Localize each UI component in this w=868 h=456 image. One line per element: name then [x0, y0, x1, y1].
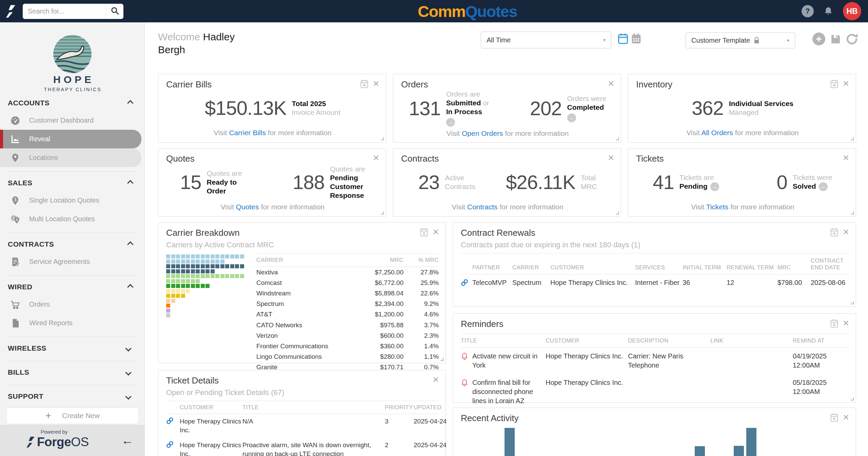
renewal-row: TelecoMVPSpectrumHope Therapy Clinics In…: [461, 274, 849, 292]
close-icon[interactable]: ×: [843, 413, 849, 421]
goto-arrow-button[interactable]: →: [710, 182, 719, 191]
waffle-square: [186, 279, 190, 283]
waffle-square: [211, 269, 215, 273]
close-icon[interactable]: ×: [433, 375, 439, 384]
close-icon[interactable]: ×: [433, 228, 439, 236]
reminder-cell-customer: Hope Therapy Clinics Inc.: [546, 352, 628, 370]
close-icon[interactable]: ×: [373, 79, 379, 88]
calendar-x-icon[interactable]: [360, 79, 369, 88]
renewal-cell-partner: TelecoMVP: [472, 279, 512, 287]
carrier-bills-card: Carrier Bills × $150.13K Total 2025 Invo…: [158, 74, 386, 143]
sidebar-item-multi-location-quotes[interactable]: $$ Multi Location Quotes: [0, 210, 141, 228]
refresh-button[interactable]: [846, 33, 858, 45]
user-avatar[interactable]: HB: [843, 2, 861, 20]
ticket-cell-title: Proactive alarm, site WAN is down overni…: [242, 441, 385, 456]
close-icon[interactable]: ×: [843, 228, 849, 236]
calendar-x-icon[interactable]: [830, 228, 839, 237]
waffle-square: [211, 264, 215, 268]
renewal-cell-services: Internet - Fiber: [635, 279, 683, 287]
stat-label-bold: Order: [206, 187, 242, 195]
stat-label-bold: Completed: [567, 103, 607, 112]
resize-handle[interactable]: [381, 137, 384, 140]
link-icon[interactable]: [461, 279, 472, 288]
card-title: Orders: [401, 79, 428, 90]
tickets-link[interactable]: Tickets: [706, 203, 729, 211]
link-icon[interactable]: [166, 441, 180, 456]
contracts-link[interactable]: Contracts: [467, 203, 498, 211]
waffle-row: [166, 309, 248, 313]
carrier-table-row: Comcast$6,772.0025.9%: [256, 277, 439, 288]
resize-handle[interactable]: [381, 211, 384, 214]
link-icon[interactable]: [166, 417, 180, 435]
sidebar-item-orders[interactable]: Orders: [0, 295, 141, 314]
waffle-square: [181, 269, 185, 273]
sidebar-section-accounts[interactable]: ACCOUNTS: [0, 96, 144, 111]
help-button[interactable]: ?: [802, 5, 814, 17]
template-select[interactable]: Customer Template ▾: [686, 32, 795, 48]
search-button[interactable]: [106, 4, 123, 19]
close-icon[interactable]: ×: [843, 319, 849, 327]
waffle-square: [166, 264, 170, 268]
footer-text: for more information: [268, 129, 332, 137]
waffle-square: [196, 269, 200, 273]
calendar-grid-button[interactable]: [631, 33, 642, 44]
create-new-button[interactable]: + Create New: [6, 407, 139, 424]
goto-arrow-button[interactable]: →: [446, 118, 455, 127]
search-input[interactable]: [23, 4, 106, 19]
sidebar-item-wired-reports[interactable]: Wired Reports: [0, 314, 141, 332]
add-widget-button[interactable]: +: [812, 33, 825, 45]
sidebar-section-wireless[interactable]: WIRELESS: [0, 341, 144, 356]
calendar-x-icon[interactable]: [830, 319, 839, 328]
quotes-link[interactable]: Quotes: [236, 203, 259, 211]
close-icon[interactable]: ×: [373, 153, 379, 162]
sidebar-section-contracts[interactable]: CONTRACTS: [0, 237, 144, 252]
close-icon[interactable]: ×: [608, 79, 614, 88]
resize-handle[interactable]: [851, 211, 854, 214]
calendar-range-button[interactable]: [618, 33, 628, 44]
goto-arrow-button[interactable]: →: [567, 113, 576, 122]
carrier-name-cell: Lingo Communications: [256, 353, 346, 360]
resize-handle[interactable]: [851, 137, 854, 140]
sidebar-item-service-agreements[interactable]: Service Agreements: [0, 252, 141, 271]
save-layout-button[interactable]: [830, 34, 841, 45]
carrier-table-row: Spectrum$2,394.009.2%: [256, 299, 439, 309]
sidebar-section-wired[interactable]: WIRED: [0, 280, 144, 295]
resize-handle[interactable]: [851, 301, 854, 304]
collapse-sidebar-button[interactable]: ←: [121, 434, 134, 447]
time-filter-select[interactable]: All Time ▾: [481, 32, 611, 48]
carrier-name-cell: Spectrum: [256, 300, 346, 308]
calendar-x-icon[interactable]: [420, 228, 428, 237]
forge-bolt-icon: [6, 5, 15, 18]
all-orders-link[interactable]: All Orders: [701, 129, 733, 137]
sidebar-section-support[interactable]: SUPPORT: [0, 390, 144, 405]
svg-text:$: $: [16, 217, 18, 221]
goto-arrow-button[interactable]: →: [819, 182, 828, 191]
sidebar-section-sales[interactable]: SALES: [0, 176, 144, 191]
close-icon[interactable]: ×: [843, 79, 849, 88]
calendar-x-icon[interactable]: [830, 79, 839, 88]
chevron-up-icon: [127, 284, 133, 290]
resize-handle[interactable]: [616, 211, 619, 214]
sidebar-item-reveal[interactable]: Reveal: [0, 130, 141, 148]
carrier-bills-link[interactable]: Carrier Bills: [229, 129, 266, 137]
open-orders-link[interactable]: Open Orders: [462, 129, 503, 137]
sidebar-item-locations[interactable]: Locations: [0, 148, 141, 167]
close-icon[interactable]: ×: [608, 153, 614, 162]
stat-value: 202: [530, 97, 562, 120]
sidebar-item-customer-dashboard[interactable]: Customer Dashboard: [0, 111, 141, 130]
resize-handle[interactable]: [440, 358, 443, 361]
calendar-x-icon[interactable]: [830, 413, 839, 422]
sidebar-item-single-location-quotes[interactable]: $ Single Location Quotes: [0, 191, 141, 210]
resize-handle[interactable]: [851, 397, 854, 400]
renewal-cell-carrier: Spectrum: [512, 279, 550, 287]
resize-handle[interactable]: [616, 137, 619, 140]
waffle-square: [240, 274, 244, 278]
tickets-table-body: Hope Therapy Clinics Inc.N/A32025-04-24H…: [166, 414, 439, 456]
sidebar-item-label: Wired Reports: [29, 319, 73, 327]
close-icon[interactable]: ×: [843, 153, 849, 162]
orders-completed-stat: 202 Orders were Completed →: [530, 94, 606, 122]
sidebar-section-bills[interactable]: BILLS: [0, 366, 144, 380]
notifications-button[interactable]: [823, 6, 833, 17]
save-icon: [830, 34, 841, 45]
waffle-square: [166, 269, 170, 273]
